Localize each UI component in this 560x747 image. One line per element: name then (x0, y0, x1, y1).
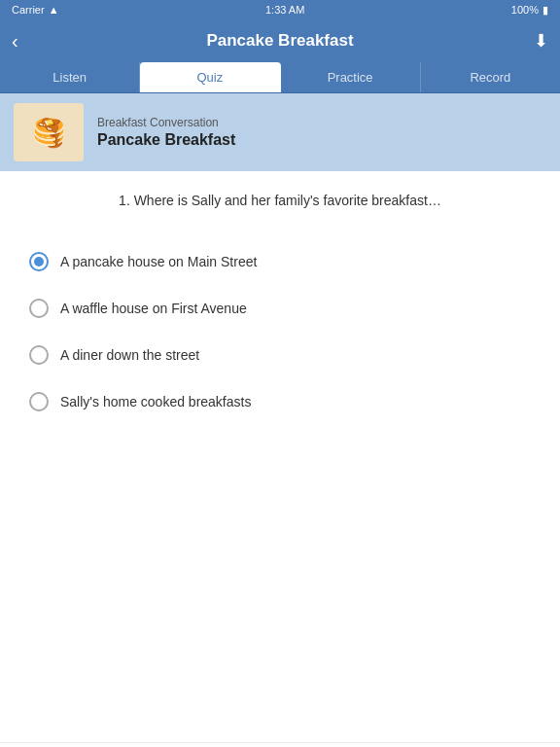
radio-2[interactable] (29, 299, 49, 318)
bottom-bar: Check 0/1 (0, 742, 560, 747)
tab-listen[interactable]: Listen (0, 62, 140, 92)
radio-inner-1 (34, 257, 44, 267)
tab-practice[interactable]: Practice (281, 62, 421, 92)
battery-label: 100% (511, 4, 539, 16)
radio-1[interactable] (29, 252, 49, 271)
option-1[interactable]: A pancake house on Main Street (29, 238, 531, 285)
save-icon[interactable]: ⬇ (534, 30, 548, 52)
option-label-1: A pancake house on Main Street (60, 254, 257, 269)
option-3[interactable]: A diner down the street (29, 332, 531, 378)
lesson-title: Pancake Breakfast (97, 131, 235, 149)
nav-title: Pancake Breakfast (41, 31, 519, 51)
status-bar: Carrier ▲ 1:33 AM 100% ▮ (0, 0, 560, 19)
header-text: Breakfast Conversation Pancake Breakfast (97, 116, 235, 149)
option-label-2: A waffle house on First Avenue (60, 301, 247, 316)
pancake-emoji: 🥞 (14, 103, 84, 161)
lesson-thumbnail: 🥞 (14, 103, 84, 161)
question-text: 1. Where is Sally and her family's favor… (29, 191, 531, 211)
option-label-3: A diner down the street (60, 347, 199, 363)
carrier-label: Carrier (12, 4, 45, 16)
back-button[interactable]: ‹ (12, 30, 41, 53)
header-card: 🥞 Breakfast Conversation Pancake Breakfa… (0, 93, 560, 171)
status-left: Carrier ▲ (12, 4, 59, 16)
battery-icon: ▮ (542, 4, 548, 17)
nav-bar: ‹ Pancake Breakfast ⬇ (0, 19, 560, 62)
option-4[interactable]: Sally's home cooked breakfasts (29, 378, 531, 425)
option-2[interactable]: A waffle house on First Avenue (29, 285, 531, 332)
lesson-subtitle: Breakfast Conversation (97, 116, 235, 129)
tab-record[interactable]: Record (421, 62, 560, 92)
radio-4[interactable] (29, 392, 49, 411)
status-right: 100% ▮ (511, 4, 548, 17)
tab-quiz[interactable]: Quiz (140, 62, 280, 92)
tab-bar: Listen Quiz Practice Record (0, 62, 560, 93)
wifi-icon: ▲ (49, 4, 59, 16)
main-content: 1. Where is Sally and her family's favor… (0, 171, 560, 742)
status-time: 1:33 AM (265, 4, 304, 16)
radio-3[interactable] (29, 345, 49, 365)
nav-right: ⬇ (519, 30, 548, 52)
option-label-4: Sally's home cooked breakfasts (60, 394, 251, 409)
